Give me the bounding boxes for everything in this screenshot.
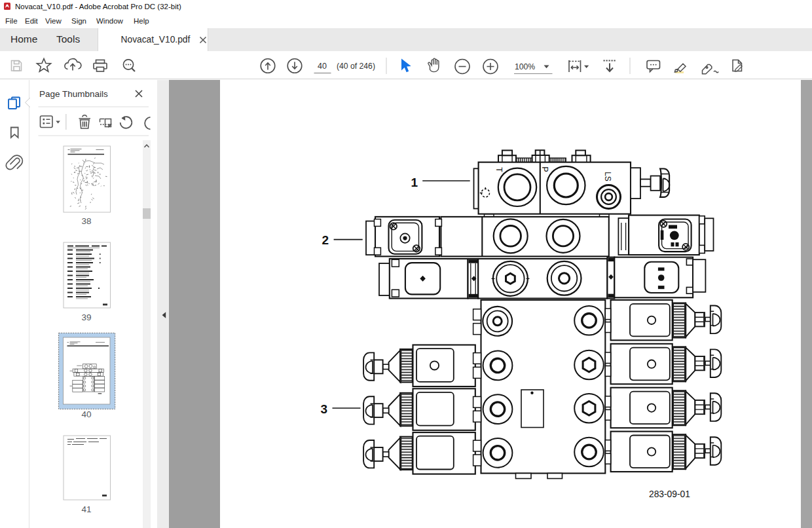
svg-text:P: P [540, 166, 549, 172]
svg-text:283-09-01: 283-09-01 [649, 489, 690, 499]
svg-text:View: View [45, 17, 62, 25]
svg-text:File: File [5, 17, 18, 25]
svg-text:40: 40 [318, 62, 327, 71]
svg-text:40: 40 [81, 409, 91, 419]
svg-text:1: 1 [411, 176, 418, 189]
svg-text:Novacat_V10.pdf - Adobe Acroba: Novacat_V10.pdf - Adobe Acrobat Pro DC (… [15, 3, 181, 10]
svg-text:3: 3 [321, 402, 328, 416]
svg-text:2: 2 [322, 233, 329, 247]
svg-text:Help: Help [134, 17, 149, 25]
svg-text:39: 39 [81, 312, 91, 322]
svg-text:Tools: Tools [56, 33, 80, 45]
svg-text:Page Thumbnails: Page Thumbnails [39, 89, 108, 99]
svg-text:Sign: Sign [71, 17, 86, 25]
svg-text:Edit: Edit [25, 17, 39, 25]
svg-text:Home: Home [10, 33, 37, 45]
svg-text:T: T [494, 167, 504, 172]
svg-text:LS: LS [603, 172, 612, 181]
svg-text:Window: Window [96, 17, 124, 25]
svg-text:Novacat_V10.pdf: Novacat_V10.pdf [121, 35, 191, 45]
svg-text:41: 41 [81, 504, 91, 514]
svg-text:100%: 100% [515, 62, 535, 71]
svg-text:(40 of 246): (40 of 246) [337, 62, 375, 71]
svg-text:38: 38 [81, 216, 91, 226]
